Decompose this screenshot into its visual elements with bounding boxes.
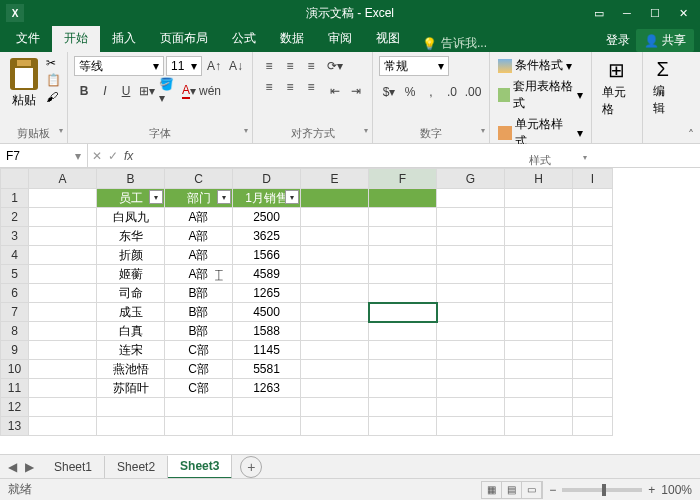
border-button[interactable]: ⊞▾: [137, 81, 157, 101]
select-all-corner[interactable]: [1, 169, 29, 189]
cell-I11[interactable]: [573, 379, 613, 398]
align-bottom-button[interactable]: ≡: [301, 56, 321, 76]
cell-F2[interactable]: [369, 208, 437, 227]
cell-E13[interactable]: [301, 417, 369, 436]
cell-F4[interactable]: [369, 246, 437, 265]
filter-button[interactable]: ▾: [217, 190, 231, 204]
tell-me-search[interactable]: 💡 告诉我...: [422, 35, 487, 52]
cell-C4[interactable]: A部: [165, 246, 233, 265]
next-sheet-button[interactable]: ▶: [25, 460, 34, 474]
tab-formulas[interactable]: 公式: [220, 25, 268, 52]
cell-E1[interactable]: [301, 189, 369, 208]
cell-C6[interactable]: B部: [165, 284, 233, 303]
cell-F10[interactable]: [369, 360, 437, 379]
cell-C12[interactable]: [165, 398, 233, 417]
cell-I4[interactable]: [573, 246, 613, 265]
cut-button[interactable]: ✂: [46, 56, 61, 70]
cell-I7[interactable]: [573, 303, 613, 322]
row-header-2[interactable]: 2: [1, 208, 29, 227]
cell-D12[interactable]: [233, 398, 301, 417]
cell-C1[interactable]: 部门▾: [165, 189, 233, 208]
comma-button[interactable]: ,: [421, 82, 441, 102]
cell-A10[interactable]: [29, 360, 97, 379]
cell-E9[interactable]: [301, 341, 369, 360]
cell-A2[interactable]: [29, 208, 97, 227]
close-icon[interactable]: ✕: [670, 3, 696, 23]
cell-E2[interactable]: [301, 208, 369, 227]
row-header-10[interactable]: 10: [1, 360, 29, 379]
cell-E12[interactable]: [301, 398, 369, 417]
align-top-button[interactable]: ≡: [259, 56, 279, 76]
cell-G8[interactable]: [437, 322, 505, 341]
row-header-3[interactable]: 3: [1, 227, 29, 246]
name-box[interactable]: F7▾: [0, 144, 88, 167]
cell-G13[interactable]: [437, 417, 505, 436]
minimize-icon[interactable]: ─: [614, 3, 640, 23]
align-left-button[interactable]: ≡: [259, 77, 279, 97]
cell-G1[interactable]: [437, 189, 505, 208]
zoom-in-button[interactable]: +: [648, 483, 655, 497]
tab-insert[interactable]: 插入: [100, 25, 148, 52]
cell-B1[interactable]: 员工▾: [97, 189, 165, 208]
orientation-button[interactable]: ⟳▾: [325, 56, 345, 76]
paste-button[interactable]: 粘贴: [6, 56, 42, 111]
fill-color-button[interactable]: 🪣▾: [158, 81, 178, 101]
cell-A8[interactable]: [29, 322, 97, 341]
cancel-icon[interactable]: ✕: [92, 149, 102, 163]
cell-I1[interactable]: [573, 189, 613, 208]
cell-F1[interactable]: [369, 189, 437, 208]
cell-F11[interactable]: [369, 379, 437, 398]
increase-indent-button[interactable]: ⇥: [346, 81, 366, 101]
cell-B4[interactable]: 折颜: [97, 246, 165, 265]
cell-G5[interactable]: [437, 265, 505, 284]
col-header-B[interactable]: B: [97, 169, 165, 189]
align-right-button[interactable]: ≡: [301, 77, 321, 97]
cell-A6[interactable]: [29, 284, 97, 303]
fx-icon[interactable]: fx: [124, 149, 133, 163]
filter-button[interactable]: ▾: [149, 190, 163, 204]
tab-file[interactable]: 文件: [4, 25, 52, 52]
cell-I9[interactable]: [573, 341, 613, 360]
font-size-combo[interactable]: 11▾: [166, 56, 202, 76]
underline-button[interactable]: U: [116, 81, 136, 101]
cell-F13[interactable]: [369, 417, 437, 436]
cell-C10[interactable]: C部: [165, 360, 233, 379]
cell-D10[interactable]: 5581: [233, 360, 301, 379]
cell-H7[interactable]: [505, 303, 573, 322]
cell-B11[interactable]: 苏陌叶: [97, 379, 165, 398]
cell-C3[interactable]: A部: [165, 227, 233, 246]
decrease-indent-button[interactable]: ⇤: [325, 81, 345, 101]
spreadsheet-grid[interactable]: ABCDEFGHI1员工▾部门▾1月销售▾2白凤九A部25003东华A部3625…: [0, 168, 700, 454]
tab-home[interactable]: 开始: [52, 25, 100, 52]
cell-I10[interactable]: [573, 360, 613, 379]
cell-H10[interactable]: [505, 360, 573, 379]
decrease-decimal-button[interactable]: .00: [463, 82, 483, 102]
cell-F3[interactable]: [369, 227, 437, 246]
cell-D11[interactable]: 1263: [233, 379, 301, 398]
cell-B9[interactable]: 连宋: [97, 341, 165, 360]
cell-C2[interactable]: A部: [165, 208, 233, 227]
col-header-D[interactable]: D: [233, 169, 301, 189]
italic-button[interactable]: I: [95, 81, 115, 101]
cell-D8[interactable]: 1588: [233, 322, 301, 341]
row-header-4[interactable]: 4: [1, 246, 29, 265]
cell-E11[interactable]: [301, 379, 369, 398]
cell-G2[interactable]: [437, 208, 505, 227]
cell-G3[interactable]: [437, 227, 505, 246]
cell-A7[interactable]: [29, 303, 97, 322]
sheet-tab-2[interactable]: Sheet2: [105, 456, 168, 478]
cell-D5[interactable]: 4589: [233, 265, 301, 284]
cell-A4[interactable]: [29, 246, 97, 265]
cell-A11[interactable]: [29, 379, 97, 398]
cell-C8[interactable]: B部: [165, 322, 233, 341]
cell-I5[interactable]: [573, 265, 613, 284]
grow-font-button[interactable]: A↑: [204, 56, 224, 76]
row-header-7[interactable]: 7: [1, 303, 29, 322]
cell-F7[interactable]: [369, 303, 437, 322]
sheet-tab-3[interactable]: Sheet3: [168, 455, 232, 479]
cell-H2[interactable]: [505, 208, 573, 227]
font-name-combo[interactable]: 等线▾: [74, 56, 164, 76]
cell-F8[interactable]: [369, 322, 437, 341]
cell-I8[interactable]: [573, 322, 613, 341]
collapse-ribbon-button[interactable]: ˄: [683, 127, 700, 143]
